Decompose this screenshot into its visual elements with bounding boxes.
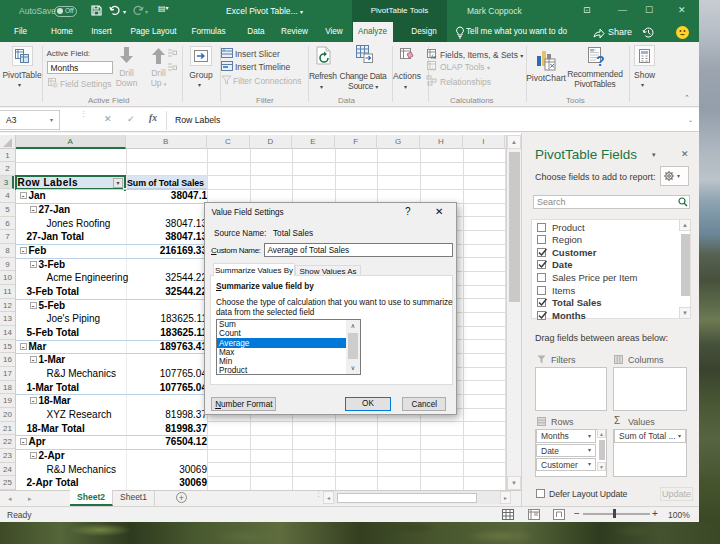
svg-text:fx: fx	[431, 53, 437, 60]
svg-text:fx: fx	[431, 65, 437, 72]
svg-text:?: ?	[596, 53, 605, 68]
